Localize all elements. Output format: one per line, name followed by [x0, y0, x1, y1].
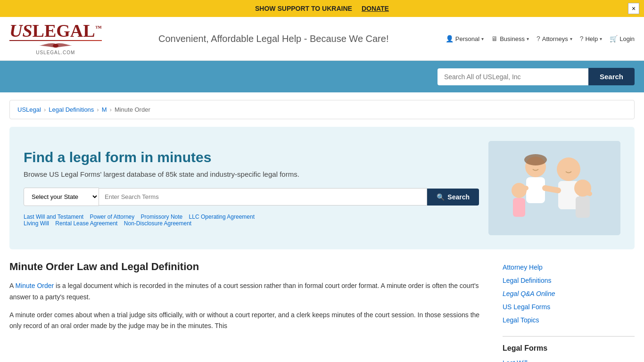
donate-link[interactable]: DONATE: [362, 5, 389, 12]
hero-search-row: Select your State AlabamaAlaskaArizona C…: [24, 188, 479, 206]
sidebar-link-attorney-help[interactable]: Attorney Help: [503, 261, 635, 274]
nav-help[interactable]: ? Help ▾: [580, 35, 603, 42]
close-banner-button[interactable]: ×: [628, 3, 639, 14]
breadcrumb-legal-definitions[interactable]: Legal Definitions: [49, 106, 94, 113]
breadcrumb-m[interactable]: M: [102, 106, 107, 113]
attorneys-label: Attorneys: [542, 35, 568, 42]
hero-box: Find a legal form in minutes Browse US L…: [9, 127, 635, 249]
svg-line-12: [545, 188, 558, 190]
attorneys-icon: ?: [537, 35, 540, 42]
hero-title: Find a legal form in minutes: [24, 149, 479, 165]
eagle-icon: [37, 42, 74, 49]
svg-rect-7: [526, 177, 545, 203]
hero-search-input[interactable]: [99, 188, 427, 206]
breadcrumb: USLegal › Legal Definitions › M › Minute…: [9, 100, 635, 119]
search-input[interactable]: [438, 68, 588, 85]
hero-quick-links: Last Will and Testament Power of Attorne…: [24, 214, 479, 227]
hero-search-button[interactable]: 🔍 Search: [427, 189, 479, 206]
breadcrumb-sep3: ›: [110, 106, 112, 113]
main-content: Find a legal form in minutes Browse US L…: [0, 127, 644, 362]
business-chevron: ▾: [527, 36, 529, 41]
cart-icon: 🛒: [610, 35, 618, 42]
hero-subtitle: Browse US Legal Forms' largest database …: [24, 170, 479, 178]
hero-link-4[interactable]: LLC Operating Agreement: [189, 214, 255, 220]
breadcrumb-current: Minute Order: [115, 106, 150, 113]
person-icon: 👤: [446, 35, 454, 42]
attorneys-chevron: ▾: [570, 36, 572, 41]
personal-chevron: ▾: [481, 36, 484, 41]
svg-point-6: [524, 154, 547, 165]
sidebar-link-legal-qa[interactable]: Legal Q&A Online: [503, 287, 635, 300]
help-chevron: ▾: [600, 36, 602, 41]
hero-family-image: [488, 141, 620, 235]
minute-order-link[interactable]: Minute Order: [15, 282, 54, 289]
search-button[interactable]: Search: [588, 68, 635, 85]
sidebar-last-will[interactable]: Last Will: [503, 356, 635, 362]
article-title: Minute Order Law and Legal Definition: [9, 261, 488, 273]
personal-label: Personal: [455, 35, 479, 42]
family-svg: [488, 141, 620, 235]
svg-rect-9: [576, 197, 590, 218]
sidebar-nav-links: Attorney Help Legal Definitions Legal Q&…: [503, 261, 635, 327]
sidebar-link-legal-topics[interactable]: Legal Topics: [503, 313, 635, 327]
hero-link-3[interactable]: Promissory Note: [141, 214, 183, 220]
state-select[interactable]: Select your State AlabamaAlaskaArizona C…: [24, 188, 99, 206]
login-button[interactable]: 🛒 Login: [610, 35, 635, 42]
breadcrumb-home[interactable]: USLegal: [17, 106, 41, 113]
hero-search-label: Search: [447, 193, 470, 201]
svg-rect-11: [513, 198, 525, 217]
tagline: Convenient, Affordable Legal Help - Beca…: [102, 33, 446, 44]
article-main: Minute Order Law and Legal Definition A …: [9, 261, 488, 362]
svg-point-0: [53, 44, 58, 48]
nav-business[interactable]: 🖥 Business ▾: [491, 35, 529, 42]
hero-link-2[interactable]: Power of Attorney: [90, 214, 135, 220]
ukraine-banner: SHOW SUPPORT TO UKRAINE DONATE ×: [0, 0, 644, 17]
hero-link-1[interactable]: Last Will and Testament: [24, 214, 83, 220]
sidebar-link-us-legal-forms[interactable]: US Legal Forms: [503, 300, 635, 313]
breadcrumb-sep2: ›: [97, 106, 99, 113]
logo-domain: USLEGAL.COM: [9, 50, 102, 55]
logo[interactable]: USLEGAL™ USLEGAL.COM: [9, 22, 102, 56]
sidebar-legal-forms-section: Legal Forms Last Will Power of Attorney …: [503, 344, 635, 362]
sidebar: Attorney Help Legal Definitions Legal Q&…: [503, 261, 635, 362]
hero-link-5[interactable]: Living Will: [24, 220, 49, 227]
header: USLEGAL™ USLEGAL.COM Convenient, Afforda…: [0, 17, 644, 61]
logo-text: USLEGAL™: [9, 22, 102, 40]
sidebar-link-legal-definitions[interactable]: Legal Definitions: [503, 274, 635, 287]
hero-link-6[interactable]: Rental Lease Agreement: [55, 220, 117, 227]
login-label: Login: [619, 35, 635, 42]
hero-text-area: Find a legal form in minutes Browse US L…: [24, 149, 479, 227]
svg-line-13: [579, 190, 590, 194]
business-label: Business: [500, 35, 525, 42]
article-paragraph-2: A minute order comes about when a trial …: [9, 310, 488, 332]
top-nav: 👤 Personal ▾ 🖥 Business ▾ ? Attorneys ▾ …: [446, 35, 635, 42]
sidebar-divider: [503, 336, 635, 337]
nav-attorneys[interactable]: ? Attorneys ▾: [537, 35, 572, 42]
article-paragraph-1: A Minute Order is a legal document which…: [9, 280, 488, 303]
hero-search-icon: 🔍: [437, 193, 445, 201]
business-icon: 🖥: [491, 35, 498, 42]
search-bar: Search: [0, 61, 644, 92]
sidebar-legal-form-links: Last Will Power of Attorney Living Will …: [503, 356, 635, 362]
nav-personal[interactable]: 👤 Personal ▾: [446, 35, 484, 42]
help-label: Help: [585, 35, 598, 42]
article-layout: Minute Order Law and Legal Definition A …: [9, 261, 635, 362]
breadcrumb-sep1: ›: [44, 106, 46, 113]
svg-point-2: [557, 157, 580, 181]
sidebar-legal-forms-heading: Legal Forms: [503, 344, 635, 353]
ukraine-text: SHOW SUPPORT TO UKRAINE: [255, 5, 352, 12]
sidebar-links-list: Attorney Help Legal Definitions Legal Q&…: [503, 261, 635, 327]
hero-link-7[interactable]: Non-Disclosure Agreement: [124, 220, 191, 227]
help-icon: ?: [580, 35, 584, 42]
